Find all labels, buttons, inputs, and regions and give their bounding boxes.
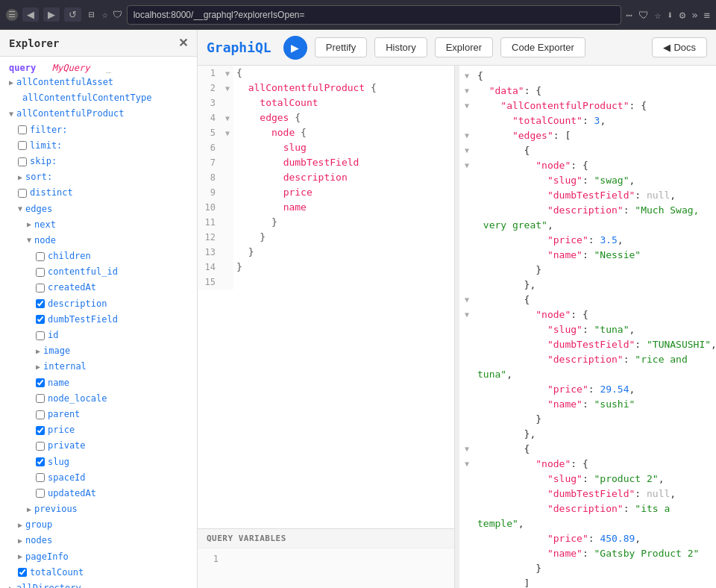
filter-checkbox[interactable] <box>18 125 27 134</box>
skip-checkbox[interactable] <box>18 157 27 166</box>
tree-item-group[interactable]: ▶ group <box>0 517 197 533</box>
forward-btn[interactable]: ▶ <box>43 7 60 22</box>
tree-item-limit[interactable]: limit: <box>0 138 197 154</box>
prettify-button[interactable]: Prettify <box>315 37 367 57</box>
item-label: limit: <box>30 139 62 153</box>
tree-item-price[interactable]: price <box>0 422 197 438</box>
limit-checkbox[interactable] <box>18 141 27 150</box>
result-line: ▼ { <box>459 293 716 307</box>
tree-item-sort[interactable]: ▶ sort: <box>0 169 197 185</box>
distinct-checkbox[interactable] <box>18 189 27 198</box>
tree-item-allContentfulAsset[interactable]: ▶ allContentfulAsset <box>0 75 197 90</box>
updatedAt-checkbox[interactable] <box>36 489 45 498</box>
result-content: ] <box>474 576 716 588</box>
slug-checkbox[interactable] <box>36 457 45 466</box>
tree-item-filter[interactable]: filter: <box>0 122 197 138</box>
fold-btn[interactable]: ▼ <box>225 114 230 122</box>
tree-item-internal[interactable]: ▶ internal <box>0 359 197 375</box>
tree-item-createdAt[interactable]: createdAt <box>0 280 197 295</box>
code-exporter-button[interactable]: Code Exporter <box>500 37 585 57</box>
tree-item-allContentfulProduct[interactable]: ▼ allContentfulProduct <box>0 106 197 122</box>
tree-item-slug[interactable]: slug <box>0 454 197 470</box>
tree-item-nodes[interactable]: ▶ nodes <box>0 533 197 548</box>
docs-button[interactable]: ◀ Docs <box>652 37 707 57</box>
dumbTestField-checkbox[interactable] <box>36 315 45 324</box>
totalCount-checkbox[interactable] <box>18 568 27 577</box>
explorer-button[interactable]: Explorer <box>435 37 493 57</box>
result-line: ▼ { <box>459 143 716 158</box>
run-button[interactable]: ▶ <box>283 36 307 60</box>
tree-item-description[interactable]: description <box>0 296 197 312</box>
tree-item-parent[interactable]: parent <box>0 407 197 422</box>
result-line: "description": "Much Swag, <box>459 203 716 218</box>
tree-item-next[interactable]: ▶ next <box>0 217 197 233</box>
tree-item-id[interactable]: id <box>0 328 197 343</box>
tree-item-name[interactable]: name <box>0 375 197 391</box>
spaceId-checkbox[interactable] <box>36 473 45 482</box>
children-checkbox[interactable] <box>36 252 45 261</box>
fold-icon[interactable]: ▼ <box>465 128 469 143</box>
tree-item-dumbTestField[interactable]: dumbTestField <box>0 312 197 328</box>
fold-icon[interactable]: ▼ <box>465 98 469 113</box>
tree-item-allContentfulContentType[interactable]: allContentfulContentType <box>0 90 197 106</box>
reload-btn[interactable]: ↺ <box>64 7 81 22</box>
explorer-close-button[interactable]: ✕ <box>178 36 188 50</box>
back-btn[interactable]: ◀ <box>22 7 39 22</box>
fold-icon[interactable]: ▼ <box>465 84 469 98</box>
result-content: { <box>474 69 716 84</box>
explorer-header: Explorer ✕ <box>0 30 197 57</box>
fold-icon[interactable]: ▼ <box>465 69 469 84</box>
tree-item-spaceId[interactable]: spaceId <box>0 470 197 486</box>
tree-item-allDirectory[interactable]: ▶ allDirectory <box>0 581 197 588</box>
result-gutter <box>459 218 474 233</box>
tree-item-previous[interactable]: ▶ previous <box>0 501 197 517</box>
qv-line-number: 1 <box>201 551 224 566</box>
fold-btn[interactable]: ▼ <box>225 129 230 137</box>
tree-item-distinct[interactable]: distinct <box>0 185 197 201</box>
tree-item-updatedAt[interactable]: updatedAt <box>0 486 197 501</box>
result-content: "name": "sushi" <box>474 397 716 412</box>
result-content: "edges": [ <box>474 128 716 143</box>
fold-btn[interactable]: ▼ <box>225 69 230 78</box>
query-variables-content[interactable]: 1 <box>198 548 454 586</box>
line-number: 13 <box>198 245 222 260</box>
fold-icon[interactable]: ▼ <box>465 293 469 307</box>
description-checkbox[interactable] <box>36 299 45 308</box>
private-checkbox[interactable] <box>36 442 45 451</box>
fold-icon[interactable]: ▼ <box>465 307 469 322</box>
name-checkbox[interactable] <box>36 378 45 387</box>
tree-item-edges[interactable]: ▼ edges <box>0 201 197 217</box>
tree-item-pageInfo[interactable]: ▶ pageInfo <box>0 549 197 565</box>
fold-icon[interactable]: ▼ <box>465 442 469 457</box>
tree-item-node[interactable]: ▼ node <box>0 233 197 248</box>
id-checkbox[interactable] <box>36 331 45 340</box>
tree-item-skip[interactable]: skip: <box>0 154 197 169</box>
browser-menu-btn[interactable]: ☰ <box>6 9 18 21</box>
createdAt-checkbox[interactable] <box>36 284 45 293</box>
tree-item-contentful-id[interactable]: contentful_id <box>0 264 197 280</box>
contentful-id-checkbox[interactable] <box>36 268 45 277</box>
fold-btn[interactable]: ▼ <box>225 84 230 93</box>
arrow-icon: ▼ <box>9 108 13 120</box>
tree-item-private[interactable]: private <box>0 438 197 454</box>
tree-item-image[interactable]: ▶ image <box>0 343 197 359</box>
price-checkbox[interactable] <box>36 426 45 435</box>
parent-checkbox[interactable] <box>36 410 45 419</box>
result-gutter <box>459 278 474 293</box>
result-line: "price": 3.5, <box>459 233 716 248</box>
tree-item-children[interactable]: children <box>0 248 197 264</box>
tree-item-totalCount[interactable]: totalCount <box>0 565 197 581</box>
editor-body[interactable]: 1 ▼ { 2 ▼ allContentfulProduct { 3 total… <box>198 66 454 528</box>
app-title: GraphiQL <box>207 40 271 55</box>
tree-item-node-locale[interactable]: node_locale <box>0 391 197 407</box>
line-gutter <box>222 230 233 245</box>
fold-icon[interactable]: ▼ <box>465 143 469 158</box>
app-title-ql: QL <box>255 40 271 55</box>
fold-icon[interactable]: ▼ <box>465 457 469 472</box>
query-variables: QUERY VARIABLES 1 <box>198 528 454 588</box>
node-locale-checkbox[interactable] <box>36 394 45 403</box>
url-bar[interactable] <box>127 5 622 25</box>
fold-icon[interactable]: ▼ <box>465 158 469 173</box>
history-button[interactable]: History <box>374 37 427 57</box>
result-content: "description": "its a <box>474 501 716 516</box>
